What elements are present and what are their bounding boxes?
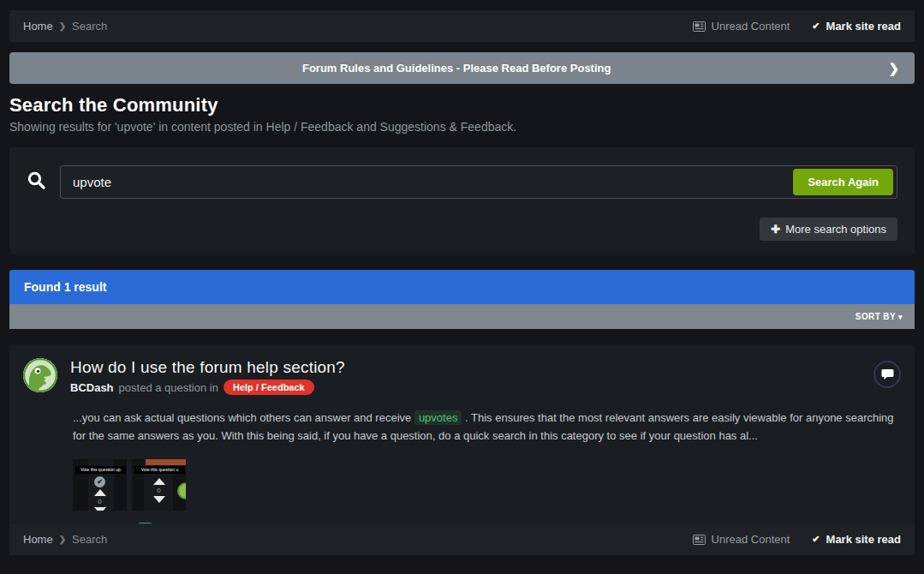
unread-content-link[interactable]: Unread Content <box>693 533 790 546</box>
forum-rules-banner-text: Forum Rules and Guidelines - Please Read… <box>25 62 888 75</box>
breadcrumb-separator-icon: ❯ <box>59 21 66 31</box>
thumbnail-tooltip: Vote this question u <box>134 466 185 474</box>
page-title: Search the Community <box>9 94 915 117</box>
mark-site-read-link[interactable]: ✔ Mark site read <box>812 533 901 546</box>
top-breadcrumb-bar: Home ❯ Search Unread Content ✔ Mark site… <box>9 10 915 42</box>
page-subtitle: Showing results for 'upvote' in content … <box>9 120 915 134</box>
breadcrumb-home-link[interactable]: Home <box>23 20 53 33</box>
newspaper-icon <box>693 535 706 545</box>
attachment-thumbnail-2[interactable]: Vote this question u 0 <box>132 459 186 511</box>
breadcrumb: Home ❯ Search <box>23 533 107 546</box>
snippet-text-before: ...you can ask actual questions which ot… <box>73 411 414 424</box>
mark-site-read-link[interactable]: ✔ Mark site read <box>812 20 901 33</box>
category-badge[interactable]: Help / Feedback <box>224 380 314 395</box>
result-title-link[interactable]: How do I use the forum help section? <box>70 358 873 377</box>
sort-bar: SORT BY ▾ <box>9 304 915 329</box>
sort-by-dropdown[interactable]: SORT BY ▾ <box>855 312 903 321</box>
downvote-arrow-icon <box>94 507 106 511</box>
search-term-highlight: upvotes <box>414 410 462 425</box>
more-search-options-button[interactable]: ✚ More search options <box>760 218 897 241</box>
plus-icon: ✚ <box>771 223 780 236</box>
search-input[interactable] <box>73 175 793 189</box>
check-icon: ✔ <box>812 534 820 545</box>
breadcrumb-current: Search <box>72 20 107 33</box>
unread-content-link[interactable]: Unread Content <box>693 20 790 33</box>
newspaper-icon <box>693 21 706 32</box>
breadcrumb-current: Search <box>72 533 107 546</box>
byline-action-text: posted a question in <box>119 381 218 394</box>
attachment-thumbnail-1[interactable]: Vote this question up ✔ 0 <box>73 459 127 511</box>
thumbnail-tooltip: Vote this question up <box>75 466 126 474</box>
thumbnail-orange-bar <box>146 459 186 465</box>
more-search-options-label: More search options <box>785 223 886 236</box>
breadcrumb-home-link[interactable]: Home <box>23 533 53 546</box>
mark-site-read-label: Mark site read <box>826 533 901 546</box>
results-header: Found 1 result <box>9 270 915 304</box>
vote-count: 0 <box>98 498 101 505</box>
search-icon <box>27 170 46 194</box>
downvote-arrow-icon <box>153 496 165 503</box>
upvote-arrow-icon <box>94 489 106 496</box>
author-link[interactable]: BCDash <box>70 381 114 394</box>
search-result-item: How do I use the forum help section? BCD… <box>9 344 915 549</box>
unread-content-label: Unread Content <box>712 20 790 33</box>
unread-content-label: Unread Content <box>712 533 790 546</box>
breadcrumb: Home ❯ Search <box>23 20 107 33</box>
check-icon: ✔ <box>812 21 820 32</box>
upvote-arrow-icon <box>153 478 165 485</box>
breadcrumb-separator-icon: ❯ <box>59 535 66 544</box>
results-count-text: Found 1 result <box>24 280 106 294</box>
result-snippet: ...you can ask actual questions which ot… <box>73 410 901 445</box>
bottom-breadcrumb-bar: Home ❯ Search Unread Content ✔ Mark site… <box>9 523 915 555</box>
speech-bubble-icon <box>881 368 894 380</box>
vote-count: 0 <box>157 487 160 494</box>
sort-by-label: SORT BY <box>855 312 896 321</box>
thumbnail-avatar-dot <box>177 482 186 499</box>
forum-rules-banner[interactable]: Forum Rules and Guidelines - Please Read… <box>9 52 915 84</box>
question-type-badge <box>873 361 901 388</box>
search-again-button[interactable]: Search Again <box>793 169 893 195</box>
caret-down-icon: ▾ <box>898 313 903 321</box>
search-box: Search Again <box>60 165 897 199</box>
avatar[interactable] <box>23 358 57 392</box>
mark-site-read-label: Mark site read <box>826 20 901 33</box>
chevron-right-icon: ❯ <box>888 61 899 76</box>
search-panel: Search Again ✚ More search options <box>9 147 915 254</box>
check-circle-icon: ✔ <box>94 476 105 487</box>
